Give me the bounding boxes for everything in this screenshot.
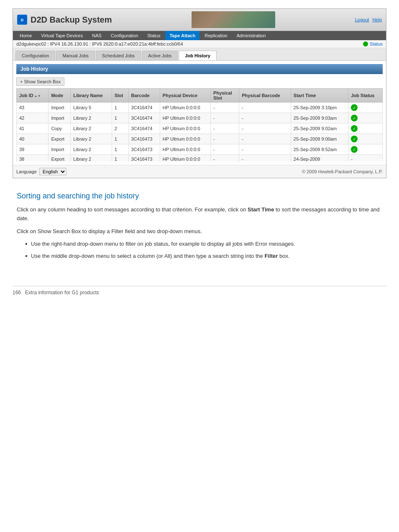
section-header: Job History [16,64,383,74]
header-links: Logout Help [355,17,382,22]
col-physical-device[interactable]: Physical Device [160,89,210,103]
cell-library: Library 2 [71,144,112,155]
status-ok-icon: ✓ [351,146,358,153]
article-para-1-text: Click on any column heading to sort mess… [17,206,380,221]
cell-slot: 1 [112,144,128,155]
status-text: Status [370,41,383,46]
cell-phys-barcode: - [239,134,291,144]
status-cell: ✓ [348,144,383,155]
cell-library: Library 2 [71,155,112,162]
cell-device: HP Ultrium 0:0:0:0 [160,113,210,123]
cell-library: Library 5 [71,103,112,113]
nav-bar: Home Virtual Tape Devices NAS Configurat… [13,31,386,40]
cell-barcode: 3C416474 [128,123,160,134]
section-title: Job History [20,66,48,72]
content-area: Job History + Show Search Box Job ID Mod… [13,61,386,165]
article-para-1: Click on any column heading to sort mess… [17,206,382,223]
show-search-box-button[interactable]: + Show Search Box [16,77,64,86]
cell-slot: 1 [112,103,128,113]
cell-job-id: 42 [17,113,49,123]
cell-mode: Import [49,103,71,113]
article-title: Sorting and searching the job history [17,192,382,200]
cell-slot: 1 [112,134,128,144]
nav-item-home[interactable]: Home [15,31,36,40]
status-circle-icon [363,41,368,46]
cell-job-id: 38 [17,155,49,162]
tab-active-jobs[interactable]: Active Jobs [142,51,178,60]
tab-configuration[interactable]: Configuration [15,51,55,60]
language-bar: Language English © 2009 Hewlett-Packard … [13,165,386,178]
help-link[interactable]: Help [372,17,382,22]
app-logo-icon: D [17,15,27,25]
cell-phys-slot: - [211,103,239,113]
page-footer: 166 Extra information for G1 products [13,286,386,296]
job-history-table-wrapper[interactable]: Job ID Mode Library Name Slot Barcode Ph… [16,88,383,162]
bullet-2-text: Use the middle drop-down menu to select … [31,253,290,259]
article-section: Sorting and searching the job history Cl… [13,183,386,269]
status-ok-icon: ✓ [351,104,358,111]
cell-device: HP Ultrium 0:0:0:0 [160,134,210,144]
article-para-2: Click on Show Search Box to display a Fi… [17,227,382,236]
cell-start-time: 25-Sep-2009 9:02am [291,123,348,134]
cell-start-time: 25-Sep-2009 8:52am [291,144,348,155]
status-ok-icon: ✓ [351,125,358,132]
status-cell: ✓ [348,103,383,113]
tab-job-history[interactable]: Job History [179,51,217,60]
header-image [192,11,275,28]
cell-phys-barcode: - [239,123,291,134]
col-library-name[interactable]: Library Name [71,89,112,103]
nav-item-administration[interactable]: Administration [233,31,270,40]
footer-page-num: 166 [13,290,21,296]
cell-phys-slot: - [211,155,239,162]
cell-phys-barcode: - [239,144,291,155]
status-ok-icon: ✓ [351,136,358,142]
table-row: 40 Export Library 2 1 3C416473 HP Ultriu… [17,134,383,144]
cell-mode: Import [49,113,71,123]
cell-library: Library 2 [71,134,112,144]
col-job-status[interactable]: Job Status [348,89,383,103]
cell-phys-slot: - [211,123,239,134]
col-mode[interactable]: Mode [49,89,71,103]
cell-barcode: 3C416473 [128,155,160,162]
app-header: D D2D Backup System Logout Help [13,9,386,31]
copyright-text: © 2009 Hewlett-Packard Company, L.P. [302,169,383,174]
cell-slot: 2 [112,123,128,134]
logout-link[interactable]: Logout [355,17,369,22]
footer-text: Extra information for G1 products [25,290,99,296]
cell-start-time: 25-Sep-2009 9:03am [291,113,348,123]
cell-start-time: 25-Sep-2009 3:10pm [291,103,348,113]
nav-item-tape-attach[interactable]: Tape Attach [165,31,200,40]
cell-start-time: 24-Sep-2009 [291,155,348,162]
nav-item-replication[interactable]: Replication [200,31,231,40]
tab-manual-jobs[interactable]: Manual Jobs [56,51,95,60]
nav-item-configuration[interactable]: Configuration [107,31,142,40]
col-physical-slot[interactable]: PhysicalSlot [211,89,239,103]
status-cell: ✓ [348,123,383,134]
language-select[interactable]: English [39,168,66,175]
table-row: 41 Copy Library 2 2 3C416474 HP Ultrium … [17,123,383,134]
bullet-item-1: Use the right-hand drop-down menu to fil… [25,240,382,249]
cell-start-time: 25-Sep-2009 9:00am [291,134,348,144]
tab-scheduled-jobs[interactable]: Scheduled Jobs [96,51,141,60]
col-job-id[interactable]: Job ID [17,89,49,103]
col-barcode[interactable]: Barcode [128,89,160,103]
col-start-time[interactable]: Start Time [291,89,348,103]
cell-phys-slot: - [211,113,239,123]
cell-job-id: 41 [17,123,49,134]
app-window: D D2D Backup System Logout Help Home Vir… [13,8,386,178]
bullet-1-text: Use the right-hand drop-down menu to fil… [31,241,295,247]
bullet-item-2: Use the middle drop-down menu to select … [25,252,382,261]
cell-library: Library 2 [71,123,112,134]
cell-device: HP Ultrium 0:0:0:0 [160,144,210,155]
col-slot[interactable]: Slot [112,89,128,103]
table-row: 42 Import Library 2 1 3C416474 HP Ultriu… [17,113,383,123]
nav-item-nas[interactable]: NAS [88,31,106,40]
cell-slot: 1 [112,155,128,162]
col-physical-barcode[interactable]: Physical Barcode [239,89,291,103]
nav-item-virtual-tape[interactable]: Virtual Tape Devices [37,31,87,40]
nav-item-status[interactable]: Status [143,31,164,40]
cell-phys-slot: - [211,134,239,144]
address-text: d2dgukevpc02 : IPV4 16.26.130.91 : IPV6 … [16,41,183,46]
status-cell: - [348,155,383,162]
address-bar: d2dgukevpc02 : IPV4 16.26.130.91 : IPV6 … [13,40,386,48]
